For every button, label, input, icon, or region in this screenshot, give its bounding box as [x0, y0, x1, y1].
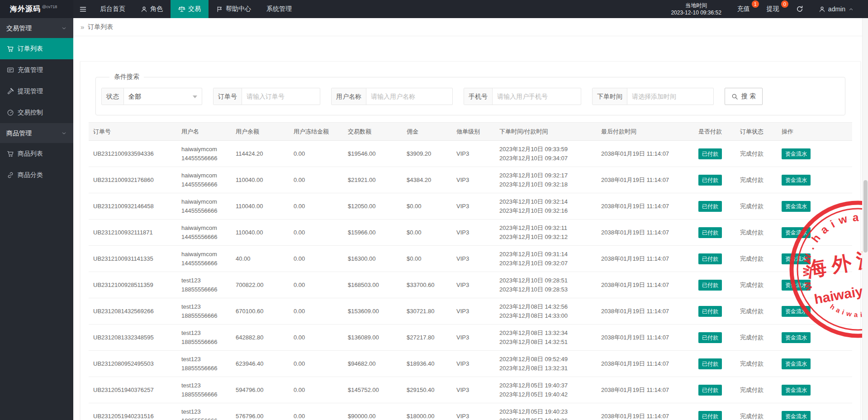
- sidebar-item-order-list[interactable]: 订单列表: [0, 38, 73, 59]
- order-id-cell: UB2312051940376257: [89, 377, 177, 403]
- level-cell: VIP3: [452, 298, 495, 325]
- level-cell: VIP3: [452, 167, 495, 193]
- commission-cell: $0.00: [402, 220, 452, 246]
- user-cell: haiwaiymcom14455556666: [177, 141, 231, 167]
- cart-icon: [7, 150, 14, 158]
- fund-flow-button[interactable]: 资金流水: [782, 358, 811, 369]
- scrollbar-thumb[interactable]: [863, 180, 868, 253]
- paid-badge[interactable]: 已付款: [698, 175, 722, 186]
- paid-badge[interactable]: 已付款: [698, 385, 722, 396]
- fund-flow-button[interactable]: 资金流水: [782, 201, 811, 212]
- level-cell: VIP3: [452, 220, 495, 246]
- action-cell: 资金流水: [777, 351, 852, 377]
- level-cell: VIP3: [452, 272, 495, 298]
- fund-flow-button[interactable]: 资金流水: [782, 385, 811, 396]
- paid-cell: 已付款: [694, 403, 735, 420]
- action-cell: 资金流水: [777, 325, 852, 351]
- recharge-button[interactable]: 充值 1: [730, 0, 759, 18]
- recharge-badge: 1: [752, 0, 759, 8]
- app-logo-text: 海外源码: [10, 5, 41, 14]
- action-cell: 资金流水: [777, 272, 852, 298]
- sidebar-item-withdraw-mgmt[interactable]: 提现管理: [0, 81, 73, 102]
- paid-badge[interactable]: 已付款: [698, 253, 722, 264]
- balance-cell: 110040.00: [231, 193, 289, 220]
- order-no-input[interactable]: [242, 88, 320, 105]
- nav-item-system[interactable]: 系统管理: [259, 0, 299, 18]
- column-header: 最后付款时间: [597, 123, 694, 141]
- amount-cell: $15966.00: [343, 220, 402, 246]
- search-icon: [731, 93, 738, 100]
- commission-cell: $29150.40: [402, 377, 452, 403]
- sidebar-item-trade-control[interactable]: 交易控制: [0, 102, 73, 123]
- nav-item-help-center[interactable]: 帮助中心: [209, 0, 259, 18]
- fund-flow-button[interactable]: 资金流水: [782, 253, 811, 264]
- paid-badge[interactable]: 已付款: [698, 306, 722, 317]
- table-row: UB2312080952495503test123188555566666239…: [89, 351, 852, 377]
- sidebar-section-trade[interactable]: 交易管理: [0, 18, 73, 38]
- fund-flow-button[interactable]: 资金流水: [782, 148, 811, 159]
- status-filter: 状态 全部: [101, 88, 202, 105]
- sidebar-item-recharge-mgmt[interactable]: 充值管理: [0, 59, 73, 81]
- local-time: 当地时间 2023-12-10 09:36:52: [663, 0, 729, 18]
- order-no-label: 订单号: [213, 88, 242, 105]
- action-cell: 资金流水: [777, 220, 852, 246]
- balance-cell: 40.00: [231, 246, 289, 272]
- column-header: 操作: [777, 123, 852, 141]
- filter-row: 状态 全部 订单号 用户名称: [101, 88, 840, 105]
- fund-flow-button[interactable]: 资金流水: [782, 227, 811, 238]
- status-select[interactable]: 全部: [124, 88, 202, 105]
- sidebar-item-goods-list[interactable]: 商品列表: [0, 143, 73, 164]
- refresh-button[interactable]: [788, 0, 811, 18]
- amount-cell: $16300.00: [343, 246, 402, 272]
- search-button[interactable]: 搜 索: [725, 88, 763, 105]
- paid-badge[interactable]: 已付款: [698, 280, 722, 291]
- table-row: UB2312081332348595test123188555566666428…: [89, 325, 852, 351]
- breadcrumb-arrow-icon: »: [81, 23, 84, 31]
- user-cell: haiwaiymcom14455556666: [177, 193, 231, 220]
- frozen-cell: 0.00: [289, 193, 343, 220]
- user-cell: test12318855556666: [177, 272, 231, 298]
- action-cell: 资金流水: [777, 246, 852, 272]
- paid-cell: 已付款: [694, 246, 735, 272]
- sidebar-item-goods-category[interactable]: 商品分类: [0, 164, 73, 186]
- nav-item-trade[interactable]: 交易: [171, 0, 209, 18]
- fund-flow-button[interactable]: 资金流水: [782, 280, 811, 291]
- local-time-label: 当地时间: [685, 2, 707, 9]
- paid-badge[interactable]: 已付款: [698, 358, 722, 369]
- refresh-icon: [796, 5, 803, 13]
- paid-cell: 已付款: [694, 325, 735, 351]
- order-time-cell: 2023年12月05日 19:40:232023年12月05日 19:40:26: [495, 403, 597, 420]
- withdraw-button[interactable]: 提现 0: [759, 0, 788, 18]
- nav-item-dashboard[interactable]: 后台首页: [92, 0, 133, 18]
- table-row: UB2312051940231516test123188555566665767…: [89, 403, 852, 420]
- balance-cell: 110040.00: [231, 167, 289, 193]
- fund-flow-button[interactable]: 资金流水: [782, 175, 811, 186]
- sidebar-collapse-button[interactable]: [73, 0, 92, 18]
- user-menu[interactable]: admin: [811, 0, 862, 18]
- frozen-cell: 0.00: [289, 403, 343, 420]
- last-pay-time-cell: 2038年01月19日 11:14:07: [597, 351, 694, 377]
- paid-cell: 已付款: [694, 167, 735, 193]
- sidebar-section-goods[interactable]: 商品管理: [0, 123, 73, 143]
- paid-badge[interactable]: 已付款: [698, 227, 722, 238]
- order-time-input[interactable]: [627, 88, 713, 105]
- paid-badge[interactable]: 已付款: [698, 201, 722, 212]
- frozen-cell: 0.00: [289, 220, 343, 246]
- last-pay-time-cell: 2038年01月19日 11:14:07: [597, 325, 694, 351]
- nav-item-roles[interactable]: 角色: [133, 0, 171, 18]
- last-pay-time-cell: 2038年01月19日 11:14:07: [597, 246, 694, 272]
- paid-badge[interactable]: 已付款: [698, 148, 722, 159]
- phone-input[interactable]: [493, 88, 581, 105]
- fund-flow-button[interactable]: 资金流水: [782, 411, 811, 420]
- user-name-label: 用户名称: [332, 88, 366, 105]
- search-panel-title: 条件搜索: [109, 73, 144, 81]
- order-time-cell: 2023年12月08日 09:52:492023年12月08日 13:32:31: [495, 351, 597, 377]
- paid-cell: 已付款: [694, 298, 735, 325]
- action-cell: 资金流水: [777, 403, 852, 420]
- paid-badge[interactable]: 已付款: [698, 332, 722, 343]
- fund-flow-button[interactable]: 资金流水: [782, 306, 811, 317]
- paid-badge[interactable]: 已付款: [698, 411, 722, 420]
- user-name-input[interactable]: [366, 88, 452, 105]
- fund-flow-button[interactable]: 资金流水: [782, 332, 811, 343]
- last-pay-time-cell: 2038年01月19日 11:14:07: [597, 377, 694, 403]
